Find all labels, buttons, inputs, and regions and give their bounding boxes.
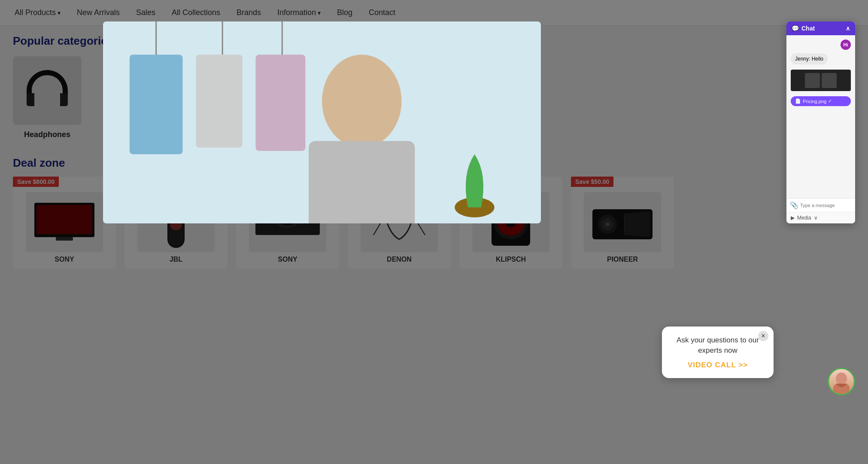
cta-tooltip: × Ask your questions to our experts now … [662, 327, 774, 378]
chat-header: 💬 Chat ∧ [786, 21, 855, 35]
image-preview [791, 70, 851, 91]
main-video-feed [103, 21, 541, 223]
cta-text: Ask your questions to our experts now [672, 335, 763, 356]
check-icon: ✓ [828, 98, 832, 104]
video-call-modal: 🎤 📹 📞 [103, 21, 541, 223]
file-badge: 📄 Pricing.png ✓ [791, 96, 851, 106]
file-icon: 📄 [795, 98, 801, 104]
chat-message-jenny: Jenny: Hello [791, 53, 828, 64]
file-name: Pricing.png [803, 99, 826, 104]
chat-body: Hi Jenny: Hello 📄 Pricing.png ✓ [786, 35, 855, 198]
img-thumb-1 [805, 73, 820, 88]
chat-media-bar[interactable]: ▶ Media ∨ [786, 212, 855, 223]
svg-rect-39 [255, 55, 305, 151]
media-play-icon: ▶ [791, 215, 795, 221]
chat-user-avatar: Hi [841, 40, 851, 50]
chat-input-area[interactable]: 📎 [786, 198, 855, 212]
svg-rect-41 [309, 141, 415, 223]
chat-header-left: 💬 Chat [792, 25, 815, 32]
video-area [103, 21, 541, 223]
svg-rect-35 [130, 55, 183, 154]
cta-close-button[interactable]: × [758, 331, 768, 341]
video-call-button[interactable]: VIDEO CALL >> [672, 361, 763, 369]
svg-rect-37 [196, 55, 242, 147]
attachment-icon[interactable]: 📎 [790, 201, 798, 209]
img-thumb-2 [822, 73, 837, 88]
chat-input[interactable] [800, 203, 855, 208]
svg-point-40 [322, 55, 401, 147]
media-chevron[interactable]: ∨ [814, 215, 818, 221]
chat-title: Chat [801, 25, 815, 32]
chat-collapse-icon[interactable]: ∧ [846, 25, 850, 32]
media-label: Media [797, 215, 811, 221]
agent-avatar[interactable] [828, 368, 855, 395]
svg-point-52 [836, 372, 847, 385]
chat-icon: 💬 [792, 25, 799, 32]
chat-panel: 💬 Chat ∧ Hi Jenny: Hello 📄 Pricing.png ✓… [786, 21, 855, 223]
